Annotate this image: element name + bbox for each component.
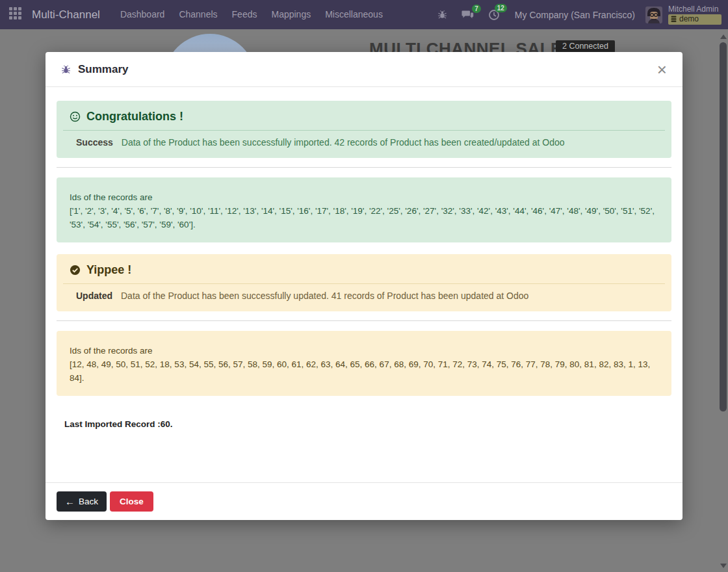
- success-heading: Congratulations !: [86, 110, 183, 124]
- updated-ids-intro: Ids of the records are: [70, 344, 658, 358]
- check-circle-icon: [70, 265, 81, 276]
- updated-ids-box: Ids of the records are [12, 48, 49, 50, …: [57, 331, 671, 396]
- messages-count-badge: 7: [472, 5, 481, 13]
- top-navbar: Multi-Channel Dashboard Channels Feeds M…: [0, 0, 728, 29]
- main-menu: Dashboard Channels Feeds Mappings Miscel…: [113, 0, 390, 29]
- success-ids-list: ['1', '2', '3', '4', '5', '6', '7', '8',…: [70, 204, 658, 231]
- updated-alert: Yippee ! Updated Data of the Product has…: [57, 254, 671, 311]
- menu-item-mappings[interactable]: Mappings: [264, 0, 318, 29]
- connected-count-badge: 2 Connected: [556, 40, 615, 53]
- section-divider: [57, 167, 671, 168]
- database-icon: [671, 16, 677, 23]
- menu-item-channels[interactable]: Channels: [172, 0, 224, 29]
- scrollbar-up-arrow[interactable]: [720, 34, 727, 39]
- updated-status-label: Updated: [76, 291, 112, 301]
- updated-alert-title: Yippee !: [57, 254, 671, 277]
- success-alert-title: Congratulations !: [57, 101, 671, 124]
- database-badge: demo: [668, 14, 722, 25]
- success-alert: Congratulations ! Success Data of the Pr…: [57, 101, 671, 158]
- user-name: Mitchell Admin: [668, 5, 722, 14]
- modal-footer: ← Back Close: [46, 482, 682, 520]
- summary-modal: Summary × Congratulations ! Success Data…: [46, 52, 682, 520]
- company-switcher[interactable]: My Company (San Francisco): [515, 10, 635, 20]
- scrollbar-thumb[interactable]: [720, 42, 727, 411]
- success-message-row: Success Data of the Product has been suc…: [57, 137, 671, 158]
- close-icon[interactable]: ×: [657, 63, 667, 76]
- back-button[interactable]: ← Back: [57, 491, 107, 512]
- activities-clock-icon[interactable]: 12: [488, 9, 500, 21]
- menu-item-dashboard[interactable]: Dashboard: [113, 0, 172, 29]
- messages-icon[interactable]: 7: [462, 10, 474, 20]
- success-message: Data of the Product has been successfull…: [122, 137, 565, 148]
- modal-header: Summary ×: [46, 52, 682, 87]
- modal-body: Congratulations ! Success Data of the Pr…: [46, 87, 682, 482]
- success-ids-intro: Ids of the records are: [70, 190, 658, 204]
- scrollbar-down-arrow[interactable]: [720, 564, 727, 568]
- app-brand[interactable]: Multi-Channel: [32, 8, 100, 21]
- updated-message: Data of the Product has been successfull…: [121, 291, 528, 301]
- debug-bug-icon[interactable]: [437, 10, 447, 20]
- database-name: demo: [679, 15, 699, 23]
- user-avatar[interactable]: [645, 6, 662, 23]
- user-menu[interactable]: Mitchell Admin demo: [668, 5, 722, 25]
- section-divider: [57, 320, 671, 321]
- alert-divider: [63, 283, 665, 284]
- navbar-right: 7 12 My Company (San Francisco) Mitc: [430, 5, 722, 25]
- close-button[interactable]: Close: [110, 491, 153, 512]
- activities-count-badge: 12: [495, 4, 507, 12]
- modal-title: Summary: [78, 63, 128, 76]
- alert-divider: [63, 130, 665, 131]
- success-status-label: Success: [76, 137, 113, 148]
- bug-icon: [61, 64, 71, 75]
- success-ids-box: Ids of the records are ['1', '2', '3', '…: [57, 177, 671, 242]
- back-arrow-icon: ←: [65, 497, 75, 506]
- back-button-label: Back: [79, 497, 98, 506]
- updated-message-row: Updated Data of the Product has been suc…: [57, 291, 671, 311]
- updated-ids-list: [12, 48, 49, 50, 51, 52, 18, 53, 54, 55,…: [70, 358, 658, 385]
- menu-item-feeds[interactable]: Feeds: [225, 0, 265, 29]
- smiley-icon: [70, 111, 81, 122]
- menu-item-miscellaneous[interactable]: Miscellaneous: [318, 0, 390, 29]
- updated-heading: Yippee !: [86, 263, 131, 277]
- last-imported-record: Last Imported Record :60.: [64, 419, 671, 429]
- page-scrollbar[interactable]: [719, 29, 728, 572]
- apps-grid-icon[interactable]: [9, 7, 24, 22]
- close-button-label: Close: [120, 497, 144, 506]
